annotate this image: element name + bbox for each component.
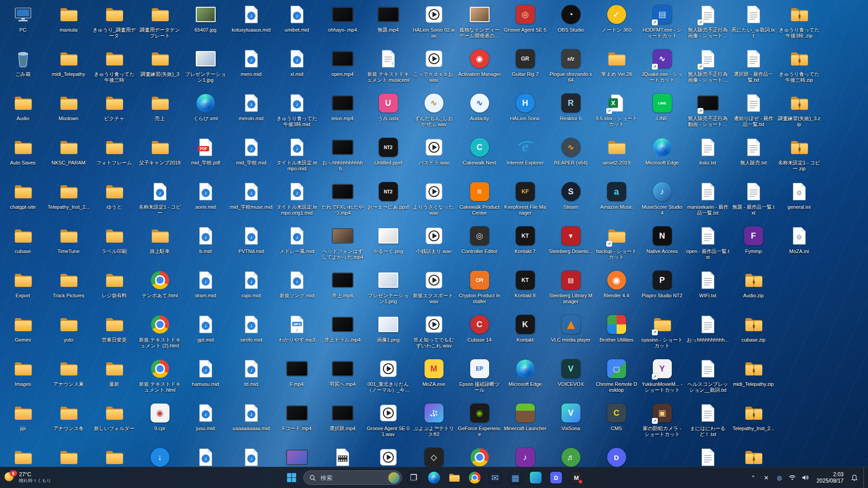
- desktop-icon[interactable]: ラベル印刷: [91, 221, 137, 266]
- desktop-icon[interactable]: アナウンス夏: [46, 354, 91, 399]
- desktop-icon[interactable]: manisekarin - 親作品一覧.txt: [685, 177, 731, 221]
- desktop-icon[interactable]: aAmazon Music: [594, 177, 639, 221]
- desktop-icon[interactable]: MP3♪わかりやす.mp3: [274, 310, 320, 354]
- desktop-icon[interactable]: chatgpt-site: [0, 177, 46, 221]
- desktop-icon[interactable]: 小銭詰まり.wav: [411, 221, 457, 266]
- desktop-icon[interactable]: Gemini: [0, 310, 46, 354]
- desktop-icon[interactable]: ♪hamusu.mid: [183, 354, 228, 399]
- desktop-icon[interactable]: Groove Agent SE 01.wav: [365, 399, 411, 443]
- notification-center-button[interactable]: [849, 474, 859, 481]
- desktop-icon[interactable]: MMoZA.exe: [411, 354, 457, 399]
- desktop-icon[interactable]: ⚙general.ini: [776, 177, 822, 221]
- taskbar-icon-edge[interactable]: [425, 469, 443, 486]
- desktop-icon[interactable]: FFymmp: [731, 221, 776, 266]
- desktop-icon[interactable]: ♪タイトル未設定.tempo.mid: [274, 133, 320, 177]
- desktop-icon[interactable]: LINELINE: [639, 89, 685, 133]
- desktop-icon[interactable]: VVoiSona: [548, 399, 594, 443]
- desktop-icon[interactable]: CCakewalk Next: [457, 133, 502, 177]
- desktop-icon[interactable]: プレゼンテーション1.jpg: [183, 44, 228, 89]
- desktop-icon[interactable]: 井上ドラム.mp4: [320, 310, 365, 354]
- desktop-icon[interactable]: 新規エクスポート.wav: [411, 266, 457, 310]
- desktop-icon[interactable]: ↗無人販売不正行為画像 - ショートカット: [685, 44, 731, 89]
- desktop-icon[interactable]: テンポあて.html: [137, 266, 183, 310]
- desktop-icon[interactable]: ♪メドレー風.mid: [274, 221, 320, 266]
- desktop-icon[interactable]: ↗backup - ショートカット: [594, 221, 639, 266]
- desktop-icon[interactable]: 答え知ってでもむずいわこれ.wav: [411, 310, 457, 354]
- desktop-icon[interactable]: ▤↗HDDFMT.exe - ショートカット: [639, 0, 685, 44]
- desktop-icon[interactable]: ▣↗家の防犯カメラ - ショートカット: [639, 399, 685, 443]
- show-desktop-button[interactable]: [863, 467, 866, 488]
- desktop-icon[interactable]: KTKontakt 8: [502, 266, 548, 310]
- desktop-icon[interactable]: ♪MuseScore Studio 4: [639, 177, 685, 221]
- desktop-icon[interactable]: ♪uaaaaaaaaa.mid: [228, 399, 274, 443]
- hidden-icons-chevron-icon[interactable]: ⌃: [748, 471, 758, 484]
- desktop-icon[interactable]: Fコード.mp4: [274, 399, 320, 443]
- tray-app-blue-icon[interactable]: ◍: [774, 471, 784, 484]
- desktop-icon[interactable]: X↗9.5.xlsx - ショートカット: [594, 89, 639, 133]
- desktop-icon[interactable]: まにはにわーるど！.txt: [685, 399, 731, 443]
- desktop-icon[interactable]: 新規 テキストドキュメント (2).html: [137, 310, 183, 354]
- desktop-icon[interactable]: ♪新規ソング.mid: [274, 266, 320, 310]
- desktop-icon[interactable]: 無人販売.txt: [731, 133, 776, 177]
- desktop-icon[interactable]: 001_東北きりたん（ノーマル）_今じゃ...: [365, 354, 411, 399]
- desktop-icon[interactable]: GRGuitar Rig 7: [502, 44, 548, 89]
- desktop-icon[interactable]: ▲VLC media player: [548, 310, 594, 354]
- desktop-icon[interactable]: teion.mp4: [320, 89, 365, 133]
- taskbar-icon-task-view[interactable]: ❐: [405, 469, 422, 486]
- desktop-icon[interactable]: 新しいフォルダー: [91, 399, 137, 443]
- desktop-icon[interactable]: ∿Audacity: [457, 89, 502, 133]
- desktop-icon[interactable]: HALion Sonic 02.wav: [411, 0, 457, 44]
- desktop-icon[interactable]: PC: [0, 0, 46, 44]
- taskbar-icon-file-explorer[interactable]: [446, 469, 463, 486]
- widgets-button[interactable]: 6 27°C 晴れ時々くもり: [5, 472, 51, 483]
- desktop-icon[interactable]: ♪きゅうり食ってた午後3時.mid: [274, 89, 320, 133]
- desktop-icon[interactable]: ◉Activation Manager: [457, 44, 502, 89]
- desktop-icon[interactable]: よりうさくなった.wav: [411, 177, 457, 221]
- desktop-icon[interactable]: ♪b.mid: [183, 221, 228, 266]
- desktop-icon[interactable]: CPICrypton Product Installer: [457, 266, 502, 310]
- desktop-icon[interactable]: ♪jusu.mid: [183, 399, 228, 443]
- search-highlight-image[interactable]: [388, 472, 400, 483]
- desktop-icon[interactable]: KFKeepforest File Manager: [502, 177, 548, 221]
- desktop-icon[interactable]: 筆まめ Ver.28: [594, 44, 639, 89]
- taskbar-search[interactable]: [303, 470, 402, 485]
- desktop-icon[interactable]: ゆうと: [91, 177, 137, 221]
- desktop-icon[interactable]: ◉9.cpr: [137, 399, 183, 443]
- desktop-icon[interactable]: PDFmid_学校.pdf: [183, 133, 228, 177]
- desktop-icon[interactable]: Export: [0, 266, 46, 310]
- desktop-icon[interactable]: ◎Groove Agent SE 5: [502, 0, 548, 44]
- desktop-icon[interactable]: cubase.zip: [731, 310, 776, 354]
- desktop-icon[interactable]: ohhayo-.mp4: [320, 0, 365, 44]
- taskbar-icon-chrome[interactable]: [466, 469, 483, 486]
- desktop-icon[interactable]: ♪kotusytuaaus.mid: [228, 0, 274, 44]
- taskbar-icon-mail[interactable]: ✉: [486, 469, 504, 486]
- desktop-icon[interactable]: Y↗YukkunMovieM... - ショートカット: [639, 354, 685, 399]
- desktop-icon[interactable]: おっhhhhhhhhhh...: [685, 310, 731, 354]
- desktop-icon[interactable]: Minecraft Launcher: [502, 399, 548, 443]
- desktop-icon[interactable]: 羽尻へ.mp4: [320, 354, 365, 399]
- desktop-icon[interactable]: だれでFXいれたやつ.mp4: [320, 177, 365, 221]
- desktop-icon[interactable]: こっでｈｄｓｂお.wav: [411, 44, 457, 89]
- desktop-icon[interactable]: 新規 テキストドキュメント.html: [137, 354, 183, 399]
- desktop-icon[interactable]: Telepathy_Inst_2...: [731, 399, 776, 443]
- tray-app-x-icon[interactable]: ✕: [761, 471, 771, 484]
- start-button[interactable]: [283, 469, 300, 486]
- desktop-icon[interactable]: ◉Blender 4.4: [594, 266, 639, 310]
- desktop-icon[interactable]: ◔OBS Studio: [548, 0, 594, 44]
- desktop-icon[interactable]: Track Pictures: [46, 266, 91, 310]
- desktop-icon[interactable]: Brother Utilities: [594, 310, 639, 354]
- desktop-icon[interactable]: ♪rajio.mid: [228, 266, 274, 310]
- desktop-icon[interactable]: Auto Saves: [0, 133, 46, 177]
- desktop-icon[interactable]: Microsoft Edge: [639, 133, 685, 177]
- desktop-icon[interactable]: HHALion Sonic: [502, 89, 548, 133]
- desktop-icon[interactable]: Uうみ.ustx: [365, 89, 411, 133]
- desktop-icon[interactable]: ♪dram.mid: [183, 266, 228, 310]
- desktop-icon[interactable]: 選択肢 - 親作品一覧.txt: [731, 44, 776, 89]
- desktop-icon[interactable]: ♪aorin.mid: [183, 177, 228, 221]
- desktop-icon[interactable]: cubase: [0, 221, 46, 266]
- desktop-icon[interactable]: 孤独なインディーゲーム開発者の一生...: [457, 0, 502, 44]
- desktop-icon[interactable]: VVOICEVOX: [548, 354, 594, 399]
- desktop-icon[interactable]: ↗無人販売不正行為動画 - ショートカット: [685, 89, 731, 133]
- desktop-icon[interactable]: ▼Steinberg Downlo...: [548, 221, 594, 266]
- desktop-icon[interactable]: ♪mid_学校.mid: [228, 133, 274, 177]
